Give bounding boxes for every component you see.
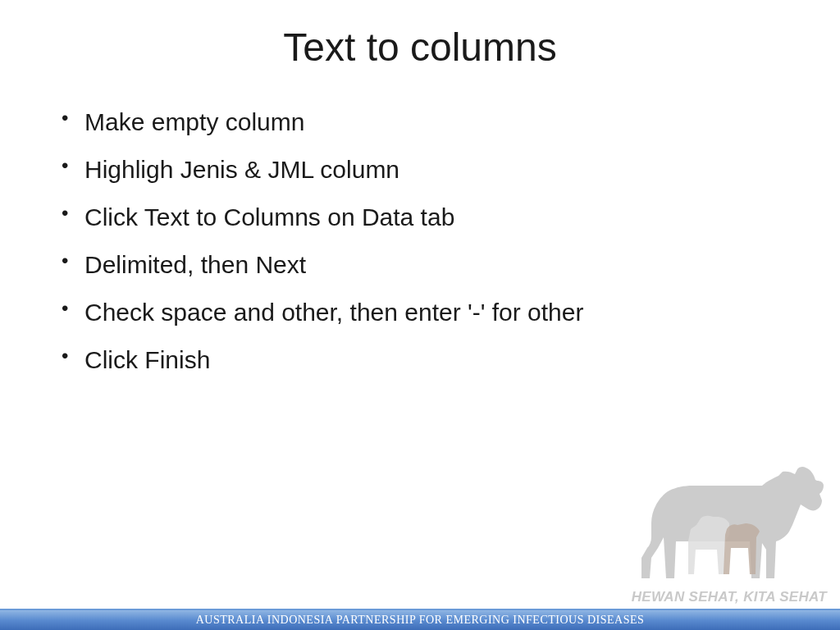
footer-bar: AUSTRALIA INDONESIA PARTNERSHIP FOR EMER… (0, 609, 840, 630)
bullet-item: Delimited, then Next (62, 245, 807, 285)
logo-area: HEWAN SEHAT, KITA SEHAT (602, 459, 832, 607)
bullet-item: Highligh Jenis & JML column (62, 150, 807, 189)
footer-text: AUSTRALIA INDONESIA PARTNERSHIP FOR EMER… (196, 614, 645, 627)
slide-title: Text to columns (0, 0, 840, 103)
cow-icon (602, 459, 832, 587)
bullet-item: Click Finish (62, 340, 807, 380)
bullet-item: Check space and other, then enter '-' fo… (62, 293, 807, 332)
bullet-list: Make empty column Highligh Jenis & JML c… (62, 103, 807, 380)
logo-tagline: HEWAN SEHAT, KITA SEHAT (632, 589, 827, 605)
bullet-item: Make empty column (62, 103, 807, 142)
slide-content: Make empty column Highligh Jenis & JML c… (0, 103, 840, 380)
bullet-item: Click Text to Columns on Data tab (62, 198, 807, 237)
